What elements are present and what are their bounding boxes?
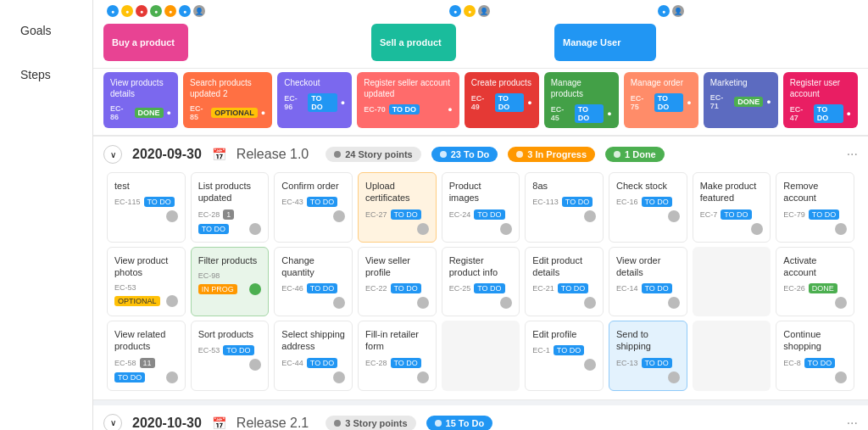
card-title: 8as xyxy=(532,180,596,192)
card-tag: TO DO xyxy=(474,283,504,293)
step-tag: DONE xyxy=(734,97,763,107)
card-footer: EC-58 11 TO DO xyxy=(114,358,178,383)
sidebar-item-goals[interactable]: Goals xyxy=(7,12,86,49)
card-avatar xyxy=(751,223,763,235)
step-tag: TO DO xyxy=(495,93,525,112)
card-filter-products[interactable]: Filter products EC-98 IN PROG xyxy=(191,247,270,317)
card-edit-product[interactable]: Edit product details EC-21 TO DO xyxy=(525,247,604,317)
card-activate-account[interactable]: Activate account EC-26 DONE xyxy=(776,247,854,317)
step-marketing[interactable]: Marketing EC-71 DONE ● xyxy=(704,72,778,128)
step-checkout[interactable]: Checkout EC-96 TO DO ● xyxy=(277,72,352,128)
step-id: EC-86 xyxy=(110,104,131,121)
step-title: Marketing xyxy=(710,77,771,88)
card-footer: EC-1 TO DO xyxy=(532,345,596,371)
calendar-icon[interactable]: 📅 xyxy=(212,148,226,161)
card-avatar xyxy=(584,210,596,222)
card-footer: EC-44 TO DO xyxy=(281,358,345,383)
card-title: Filter products xyxy=(198,254,262,266)
step-register-user[interactable]: Register user account EC-47 TO DO ● xyxy=(783,72,858,128)
release2-section: ∨ 2020-10-30 📅 Release 2.1 3 Story point… xyxy=(93,405,868,430)
card-avatar xyxy=(668,210,680,222)
badge-done: 1 Done xyxy=(605,147,665,162)
card-title: Edit profile xyxy=(532,328,596,340)
card-footer: EC-27 TO DO xyxy=(365,209,429,235)
card-product-images[interactable]: Product images EC-24 TO DO xyxy=(442,172,520,243)
card-footer: EC-14 TO DO xyxy=(616,283,680,309)
step-icon: ● xyxy=(607,109,611,118)
card-tag: TO DO xyxy=(307,197,337,207)
card-id: EC-79 xyxy=(783,210,805,219)
card-title: Make product featured xyxy=(700,180,764,204)
release1-collapse-btn[interactable]: ∨ xyxy=(103,145,122,164)
badge-dot xyxy=(440,151,447,158)
icon-circle: ● xyxy=(449,5,461,17)
step-register-seller[interactable]: Register seller account updated EC-70 TO… xyxy=(357,72,459,128)
step-id: EC-85 xyxy=(190,104,208,121)
epic-buy-product[interactable]: Buy a product xyxy=(103,24,188,61)
card-8as[interactable]: 8as EC-113 TO DO xyxy=(525,172,604,243)
card-list-products[interactable]: List products updated EC-28 1 TO DO xyxy=(191,172,270,243)
calendar-icon2[interactable]: 📅 xyxy=(212,416,226,430)
card-avatar xyxy=(333,210,345,222)
card-title: Upload certificates xyxy=(365,180,429,204)
step-manage-products[interactable]: Manage products EC-45 TO DO ● xyxy=(544,72,619,128)
release2-collapse-btn[interactable]: ∨ xyxy=(103,414,122,430)
card-footer: EC-22 TO DO xyxy=(365,283,429,309)
epics-icons-row: ● ● ● ● ● ● 👤 ● ● 👤 xyxy=(93,0,868,17)
steps-row: View products details EC-86 DONE ● Searc… xyxy=(93,69,868,137)
card-title: Send to shipping xyxy=(616,328,680,353)
step-footer: EC-86 DONE ● xyxy=(110,104,171,121)
card-empty1 xyxy=(693,247,771,317)
release1-more-btn[interactable]: ··· xyxy=(847,147,858,162)
sidebar-item-steps[interactable]: Steps xyxy=(7,56,86,93)
card-title: View seller profile xyxy=(365,254,429,279)
card-sort-products[interactable]: Sort products EC-53 TO DO xyxy=(191,321,270,391)
card-avatar xyxy=(417,297,429,309)
card-id: EC-27 xyxy=(365,210,387,219)
card-avatar xyxy=(166,371,178,383)
card-tag: TO DO xyxy=(114,372,145,383)
card-id: EC-22 xyxy=(365,284,387,293)
card-remove-account[interactable]: Remove account EC-79 TO DO xyxy=(776,172,854,243)
card-title: Remove account xyxy=(783,180,847,204)
badge-dot xyxy=(516,151,523,158)
card-avatar xyxy=(249,359,261,371)
card-continue-shopping[interactable]: Continue shopping EC-8 TO DO xyxy=(776,321,854,391)
card-confirm-order[interactable]: Confirm order EC-43 TO DO xyxy=(274,172,353,243)
card-tag: TO DO xyxy=(558,283,588,293)
card-check-stock[interactable]: Check stock EC-16 TO DO xyxy=(609,172,687,243)
card-tag: TO DO xyxy=(804,358,835,368)
card-footer: EC-46 TO DO xyxy=(281,283,345,309)
card-shipping-address[interactable]: Select shipping address EC-44 TO DO xyxy=(274,321,353,391)
icon-circle: ● xyxy=(107,5,119,17)
card-upload-cert[interactable]: Upload certificates EC-27 TO DO xyxy=(358,172,437,243)
step-title: Manage products xyxy=(551,77,612,99)
icon-circle: ● xyxy=(136,5,147,17)
card-avatar xyxy=(249,283,261,295)
step-title: Manage order xyxy=(631,77,692,88)
epic-sell-product[interactable]: Sell a product xyxy=(371,24,456,61)
card-test[interactable]: test EC-115 TO DO xyxy=(107,172,186,243)
card-make-featured[interactable]: Make product featured EC-7 TO DO xyxy=(693,172,771,243)
card-tag: TO DO xyxy=(391,209,421,220)
card-send-shipping[interactable]: Send to shipping EC-13 TO DO xyxy=(609,321,687,391)
card-footer: EC-28 1 TO DO xyxy=(198,209,262,235)
step-search-products[interactable]: Search products updated 2 EC-85 OPTIONAL… xyxy=(183,72,272,128)
step-tag: TO DO xyxy=(575,104,604,123)
release2-more-btn[interactable]: ··· xyxy=(847,416,858,430)
release1-date: 2020-09-30 xyxy=(132,147,202,162)
epic-manage-user[interactable]: Manage User xyxy=(554,24,656,61)
card-product-info[interactable]: Register product info EC-25 TO DO xyxy=(442,247,520,317)
card-retailer-form[interactable]: Fill-in retailer form EC-28 TO DO xyxy=(358,321,437,391)
card-change-qty[interactable]: Change quantity EC-46 TO DO xyxy=(274,247,353,317)
step-view-products[interactable]: View products details EC-86 DONE ● xyxy=(103,72,178,128)
card-related-products[interactable]: View related products EC-58 11 TO DO xyxy=(107,321,186,391)
step-id: EC-49 xyxy=(471,94,492,111)
card-seller-profile[interactable]: View seller profile EC-22 TO DO xyxy=(358,247,437,317)
card-view-photos[interactable]: View product photos EC-53 OPTIONAL xyxy=(107,247,186,317)
step-create-products[interactable]: Create products EC-49 TO DO ● xyxy=(465,72,539,128)
step-manage-order[interactable]: Manage order EC-75 TO DO ● xyxy=(624,72,698,128)
badge-todo: 23 To Do xyxy=(431,147,498,162)
card-edit-profile[interactable]: Edit profile EC-1 TO DO xyxy=(525,321,604,391)
card-order-details[interactable]: View order details EC-14 TO DO xyxy=(609,247,687,317)
